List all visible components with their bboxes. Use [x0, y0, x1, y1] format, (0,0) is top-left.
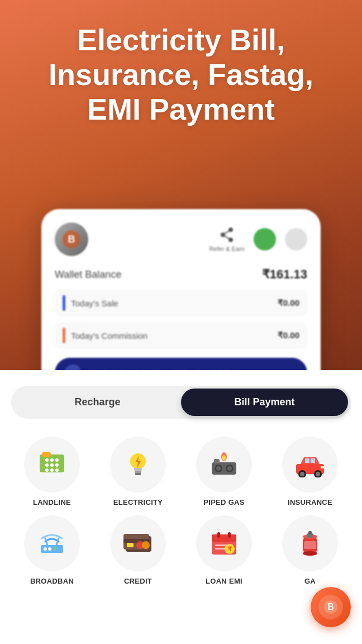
- service-landline[interactable]: LANDLINE: [11, 437, 93, 506]
- credit-label: CREDIT: [124, 577, 152, 585]
- gas-label: GA: [304, 577, 316, 585]
- landline-icon-circle: [24, 437, 80, 493]
- user-avatar[interactable]: [285, 228, 307, 250]
- svg-point-29: [222, 455, 226, 461]
- svg-rect-38: [321, 466, 324, 468]
- svg-point-35: [300, 472, 304, 476]
- insurance-icon-circle: [282, 437, 338, 493]
- svg-point-44: [53, 547, 56, 551]
- svg-text:₹: ₹: [228, 546, 232, 552]
- svg-point-10: [55, 458, 59, 462]
- service-broadband[interactable]: BROADBAN: [11, 515, 93, 585]
- commission-bar: [63, 328, 65, 343]
- credit-icon-circle: [110, 515, 166, 571]
- float-btn-inner: B: [318, 595, 343, 619]
- svg-rect-54: [228, 532, 231, 538]
- bottom-panel: Recharge Bill Payment: [0, 370, 362, 644]
- todays-sale-label: Today's Sale: [71, 299, 118, 308]
- svg-point-26: [216, 466, 221, 471]
- wallet-amount: ₹161.13: [262, 267, 307, 282]
- refer-earn-label: Refer & Earn: [209, 245, 245, 252]
- svg-line-41: [56, 538, 59, 545]
- service-insurance[interactable]: INSURANCE: [269, 437, 351, 506]
- bill-payment-tab[interactable]: Bill Payment: [181, 389, 348, 416]
- broadband-icon-circle: [24, 515, 80, 571]
- svg-rect-20: [135, 471, 141, 473]
- todays-commission-label: Today's Commission: [71, 331, 147, 340]
- svg-line-5: [223, 230, 231, 235]
- svg-text:B: B: [327, 602, 334, 612]
- todays-commission-row: Today's Commission ₹0.00: [55, 322, 307, 349]
- insurance-label: INSURANCE: [288, 498, 332, 506]
- svg-rect-19: [134, 468, 142, 471]
- svg-point-27: [227, 466, 232, 471]
- svg-point-9: [50, 458, 54, 462]
- svg-rect-56: [215, 548, 226, 550]
- hero-section: Electricity Bill, Insurance, Fastag, EMI…: [0, 0, 362, 380]
- service-credit[interactable]: CREDIT: [97, 515, 179, 585]
- svg-line-6: [223, 235, 231, 240]
- svg-text:B: B: [68, 234, 75, 245]
- tab-switcher: Recharge Bill Payment: [11, 386, 351, 419]
- wallet-label: Wallet Balance: [55, 269, 121, 281]
- electricity-label: ELECTRICITY: [113, 498, 163, 506]
- svg-point-8: [45, 458, 49, 462]
- svg-rect-30: [214, 459, 220, 463]
- sale-bar: [63, 295, 65, 311]
- electricity-icon-circle: [110, 437, 166, 493]
- svg-point-11: [45, 463, 49, 467]
- svg-point-50: [142, 541, 150, 549]
- svg-point-16: [55, 468, 59, 472]
- services-grid: LANDLINE ELECTRICITY: [11, 437, 351, 585]
- landline-label: LANDLINE: [33, 498, 71, 506]
- svg-point-37: [316, 472, 320, 476]
- stats-section: Today's Sale ₹0.00 Today's Commission ₹0…: [55, 290, 307, 349]
- svg-point-43: [48, 547, 51, 551]
- todays-commission-value: ₹0.00: [278, 330, 299, 340]
- app-logo: B: [55, 222, 88, 256]
- phone-card: B Refer & Earn Walle: [41, 209, 321, 397]
- svg-rect-33: [311, 458, 315, 463]
- loan-emi-label: LOAN EMI: [206, 577, 242, 585]
- hero-title: Electricity Bill, Insurance, Fastag, EMI…: [0, 22, 362, 126]
- svg-rect-17: [42, 452, 51, 457]
- status-dot: [254, 228, 276, 250]
- svg-point-13: [55, 463, 59, 467]
- recharge-tab[interactable]: Recharge: [14, 389, 181, 416]
- gas-icon-circle: [282, 515, 338, 571]
- svg-rect-52: [212, 534, 236, 542]
- service-gas[interactable]: GA: [269, 515, 351, 585]
- svg-rect-32: [305, 458, 309, 463]
- broadband-label: BROADBAN: [30, 577, 74, 585]
- svg-point-61: [303, 551, 317, 556]
- svg-rect-48: [127, 543, 134, 547]
- service-loan-emi[interactable]: ₹ LOAN EMI: [183, 515, 265, 585]
- loan-emi-icon-circle: ₹: [196, 515, 252, 571]
- svg-line-40: [45, 538, 47, 545]
- svg-point-14: [45, 468, 49, 472]
- wallet-balance-row: Wallet Balance ₹161.13: [55, 267, 307, 282]
- svg-rect-63: [308, 531, 312, 534]
- card-actions: Refer & Earn: [209, 226, 307, 252]
- svg-point-12: [50, 463, 54, 467]
- svg-point-42: [44, 547, 47, 551]
- piped-gas-icon-circle: [196, 437, 252, 493]
- service-electricity[interactable]: ELECTRICITY: [97, 437, 179, 506]
- svg-rect-64: [304, 541, 316, 549]
- svg-rect-53: [217, 532, 220, 538]
- todays-sale-value: ₹0.00: [278, 298, 299, 308]
- svg-point-15: [50, 468, 54, 472]
- svg-rect-21: [135, 473, 141, 475]
- piped-gas-label: PIPED GAS: [203, 498, 245, 506]
- todays-sale-row: Today's Sale ₹0.00: [55, 290, 307, 316]
- service-piped-gas[interactable]: PIPED GAS: [183, 437, 265, 506]
- refer-earn-button[interactable]: Refer & Earn: [209, 226, 245, 252]
- float-action-button[interactable]: B: [311, 587, 351, 627]
